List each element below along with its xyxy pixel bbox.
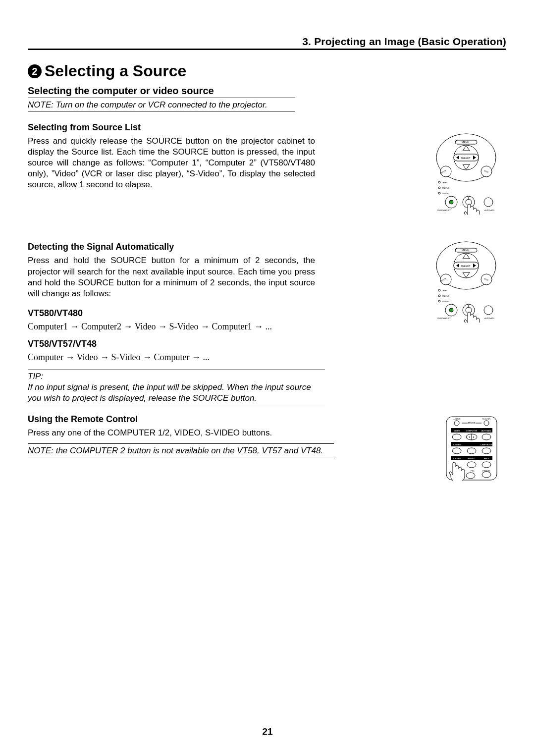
diagram-control-pad-2: MENU SELECT ENTER EXIT LAMP STATUS POWER… [429, 241, 503, 324]
tip-box: TIP: If no input signal is present, the … [28, 370, 325, 405]
page-number: 21 [0, 726, 535, 737]
note-line: NOTE: Turn on the computer or VCR connec… [28, 98, 295, 111]
svg-text:STATUS: STATUS [442, 295, 450, 297]
sub-title: Selecting the computer or video source [28, 85, 295, 98]
svg-text:POWER: POWER [442, 300, 449, 303]
svg-text:ON/STAND BY: ON/STAND BY [437, 209, 451, 212]
svg-text:PIC.: PIC. [471, 470, 475, 472]
svg-point-17 [449, 200, 453, 204]
body-source-list: Press and quickly release the SOURCE but… [28, 136, 315, 190]
svg-text:AUTO ADJ.: AUTO ADJ. [482, 430, 492, 432]
svg-point-61 [482, 434, 491, 440]
svg-point-77 [466, 473, 475, 479]
svg-point-36 [438, 300, 440, 302]
svg-point-32 [438, 289, 440, 291]
svg-text:R-CLICK: R-CLICK [482, 418, 490, 420]
section-header: 3. Projecting an Image (Basic Operation) [28, 36, 506, 49]
note-line2: NOTE: the COMPUTER 2 button is not avail… [28, 443, 334, 457]
svg-point-76 [482, 472, 491, 478]
rule-divider [28, 49, 506, 50]
svg-point-67 [482, 448, 491, 454]
svg-text:SELECT: SELECT [461, 157, 470, 160]
svg-text:VIDEO: VIDEO [454, 430, 460, 432]
svg-text:MENU: MENU [462, 249, 469, 252]
svg-text:LAMP: LAMP [442, 181, 447, 184]
svg-text:1: 1 [469, 435, 471, 438]
svg-text:LAMP MODE: LAMP MODE [481, 443, 492, 446]
body-detect-auto: Press and hold the SOURCE button for a m… [28, 255, 315, 299]
body-remote: Press any one of the COMPUTER 1/2, VIDEO… [28, 428, 315, 438]
svg-point-65 [452, 448, 461, 454]
chain-vt580: Computer1 → Computer2 → Video → S-Video … [28, 322, 325, 332]
diagram-remote-control: L-CLICK R-CLICK MOUSE VIDEO COMPUTER AUT… [446, 416, 497, 483]
svg-point-20 [484, 198, 493, 207]
svg-text:COMPUTER: COMPUTER [466, 430, 478, 432]
svg-point-47 [484, 421, 489, 426]
svg-text:L-CLICK: L-CLICK [453, 418, 461, 420]
svg-point-42 [484, 306, 493, 315]
svg-point-12 [438, 187, 440, 189]
svg-point-14 [438, 192, 440, 194]
heading-vt58: VT58/VT57/VT48 [28, 339, 506, 349]
heading-remote: Using the Remote Control [28, 414, 506, 425]
heading-source-list: Selecting from Source List [28, 122, 506, 133]
svg-text:STATUS: STATUS [442, 187, 450, 189]
chain-vt58: Computer → Video → S-Video → Computer → … [28, 352, 325, 363]
svg-text:MENU: MENU [462, 141, 469, 144]
svg-text:MOUSE: MOUSE [468, 422, 476, 424]
svg-point-39 [449, 308, 453, 312]
svg-text:VOLUME: VOLUME [453, 457, 461, 460]
page-title: 2Selecting a Source [28, 62, 506, 80]
title-text: Selecting a Source [45, 62, 186, 80]
svg-text:LAMP: LAMP [442, 289, 447, 292]
title-number-icon: 2 [28, 64, 42, 78]
svg-text:S-VIDEO: S-VIDEO [453, 443, 461, 446]
svg-text:SELECT: SELECT [461, 265, 470, 268]
svg-point-34 [438, 295, 440, 297]
svg-point-73 [482, 462, 491, 468]
svg-point-10 [438, 181, 440, 183]
svg-text:2: 2 [473, 435, 475, 438]
svg-text:HELP: HELP [484, 457, 489, 460]
svg-point-72 [467, 462, 476, 468]
svg-text:AUTO ADJ.: AUTO ADJ. [484, 209, 495, 212]
diagram-control-pad-1: MENU SELECT ENTER EXIT LAMP STATUS POWER… [429, 133, 503, 216]
svg-point-45 [454, 421, 459, 426]
svg-point-56 [452, 434, 461, 440]
svg-text:AUTO ADJ.: AUTO ADJ. [484, 317, 495, 320]
svg-text:ON/STAND BY: ON/STAND BY [437, 317, 451, 320]
svg-point-66 [467, 448, 476, 454]
svg-text:ASPECT: ASPECT [468, 457, 476, 460]
svg-text:POWER: POWER [442, 192, 449, 195]
